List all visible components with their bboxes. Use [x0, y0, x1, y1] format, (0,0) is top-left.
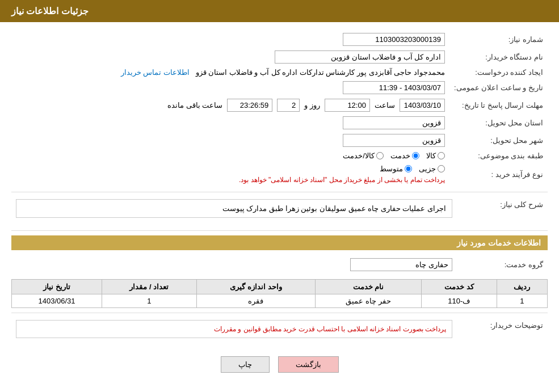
purchase-jozi-radio[interactable] — [438, 165, 445, 172]
header-bar: جزئیات اطلاعات نیاز — [0, 0, 559, 22]
page-wrapper: جزئیات اطلاعات نیاز شماره نیاز: 11030032… — [0, 0, 559, 392]
purchase-note: پرداخت تمام یا بخشی از مبلغ خریداز محل "… — [16, 176, 445, 184]
services-table: ردیف کد خدمت نام خدمت واحد اندازه گیری ت… — [11, 279, 548, 308]
response-days-value: 2 — [277, 99, 300, 112]
need-number-label: شماره نیاز: — [449, 31, 548, 48]
response-deadline-label: مهلت ارسال پاسخ تا تاریخ: — [449, 96, 548, 114]
province-row: استان محل تحویل: قزوین — [11, 114, 548, 132]
category-kala-khedmat: کالا/خدمت — [343, 151, 384, 160]
buyer-desc-box: پرداخت بصورت اسناد خزانه اسلامی با احتسا… — [16, 320, 452, 338]
service-group-label: گروه خدمت: — [457, 256, 548, 273]
need-desc-row: شرح کلی نیاز: اجرای عملیات حفاری چاه عمی… — [11, 197, 548, 225]
response-deadline-row: مهلت ارسال پاسخ تا تاریخ: 1403/03/10 ساع… — [11, 96, 548, 114]
creator-row: ایجاد کننده درخواست: محمدجواد حاجی آقابز… — [11, 66, 548, 79]
col-service-code: کد خدمت — [421, 280, 497, 294]
services-section-title: اطلاعات خدمات مورد نیاز — [11, 235, 548, 250]
category-khedmat-radio[interactable] — [412, 152, 419, 159]
buyer-desc-cell: پرداخت بصورت اسناد خزانه اسلامی با احتسا… — [11, 318, 457, 345]
print-button[interactable]: چاپ — [221, 356, 270, 373]
province-cell: قزوین — [11, 114, 449, 132]
category-kala-khedmat-radio[interactable] — [376, 152, 384, 159]
col-quantity: تعداد / مقدار — [102, 280, 196, 294]
buyer-org-label: نام دستگاه خریدار: — [449, 48, 548, 66]
response-remaining-label: ساعت باقی مانده — [167, 101, 222, 109]
col-unit: واحد اندازه گیری — [196, 280, 316, 294]
col-row-num: ردیف — [497, 280, 547, 294]
response-time-value: 12:00 — [325, 99, 370, 112]
city-cell: قزوین — [11, 132, 449, 149]
creator-contact-link[interactable]: اطلاعات تماس خریدار — [121, 68, 190, 77]
service-group-row: گروه خدمت: حفاری چاه — [11, 256, 548, 273]
service-group-value: حفاری چاه — [350, 258, 452, 271]
need-desc-label: شرح کلی نیاز: — [457, 197, 548, 225]
category-cell: کالا خدمت کالا/خدمت — [11, 149, 449, 162]
purchase-jozi: جزیی — [419, 165, 445, 173]
divider3 — [11, 313, 548, 313]
need-number-row: شماره نیاز: 1103003203000139 — [11, 31, 548, 48]
need-desc-value: اجرای عملیات حفاری چاه عمیق سولیقان بوئی… — [22, 204, 446, 213]
page-title: جزئیات اطلاعات نیاز — [11, 6, 89, 16]
service-group-table: گروه خدمت: حفاری چاه — [11, 256, 548, 273]
col-service-name: نام خدمت — [316, 280, 422, 294]
divider1 — [11, 192, 548, 192]
city-label: شهر محل تحویل: — [449, 132, 548, 149]
response-inline: 1403/03/10 ساعت 12:00 روز و 2 23:26:59 س… — [16, 99, 445, 112]
purchase-type-cell: جزیی متوسط پرداخت تمام یا بخشی از مبلغ خ… — [11, 162, 449, 186]
buyer-desc-value: پرداخت بصورت اسناد خزانه اسلامی با احتسا… — [22, 325, 446, 333]
service-group-cell: حفاری چاه — [11, 256, 457, 273]
creator-cell: محمدجواد حاجی آقابزدی پور کارشناس تدارکا… — [11, 66, 449, 79]
main-content: شماره نیاز: 1103003203000139 نام دستگاه … — [0, 22, 559, 390]
table-cell-unit: فقره — [196, 294, 316, 308]
category-label: طبقه بندی موضوعی: — [449, 149, 548, 162]
announce-row: تاریخ و ساعت اعلان عمومی: 1403/03/07 - 1… — [11, 79, 548, 96]
city-row: شهر محل تحویل: قزوین — [11, 132, 548, 149]
purchase-radio-group: جزیی متوسط — [16, 165, 445, 173]
category-khedmat-label: خدمت — [390, 151, 410, 160]
buyer-org-row: نام دستگاه خریدار: اداره کل آب و فاضلاب … — [11, 48, 548, 66]
purchase-type-row: نوع فرآیند خرید : جزیی متوسط پرداخت تمام… — [11, 162, 548, 186]
category-khedmat: خدمت — [390, 151, 419, 160]
need-number-cell: 1103003203000139 — [11, 31, 449, 48]
purchase-jozi-label: جزیی — [419, 165, 436, 173]
category-row: طبقه بندی موضوعی: کالا خدمت — [11, 149, 548, 162]
back-button[interactable]: بازگشت — [278, 356, 339, 373]
category-radio-group: کالا خدمت کالا/خدمت — [16, 151, 445, 160]
table-cell-quantity: 1 — [102, 294, 196, 308]
category-kala-label: کالا — [426, 151, 436, 160]
announce-value: 1403/03/07 - 11:39 — [343, 81, 445, 94]
buyer-desc-label: توضیحات خریدار: — [457, 318, 548, 345]
announce-cell: 1403/03/07 - 11:39 — [11, 79, 449, 96]
category-kala: کالا — [426, 151, 445, 160]
creator-label: ایجاد کننده درخواست: — [449, 66, 548, 79]
table-cell-date: 1403/06/31 — [12, 294, 102, 308]
response-days-label: روز و — [304, 101, 320, 109]
response-remaining-value: 23:26:59 — [227, 99, 272, 112]
table-cell-name: حفر چاه عمیق — [316, 294, 422, 308]
divider2 — [11, 230, 548, 231]
buyer-desc-row: توضیحات خریدار: پرداخت بصورت اسناد خزانه… — [11, 318, 548, 345]
buyer-org-cell: اداره کل آب و فاضلاب استان قزوین — [11, 48, 449, 66]
buyer-desc-table: توضیحات خریدار: پرداخت بصورت اسناد خزانه… — [11, 318, 548, 345]
services-tbody: 1ف-110حفر چاه عمیقفقره11403/06/31 — [12, 294, 548, 308]
services-thead: ردیف کد خدمت نام خدمت واحد اندازه گیری ت… — [12, 280, 548, 294]
need-number-value: 1103003203000139 — [343, 33, 445, 46]
button-group: بازگشت چاپ — [11, 356, 548, 373]
category-kala-khedmat-label: کالا/خدمت — [343, 151, 375, 160]
purchase-motavasset-radio[interactable] — [405, 165, 412, 172]
need-desc-box: اجرای عملیات حفاری چاه عمیق سولیقان بوئی… — [16, 199, 452, 218]
info-table: شماره نیاز: 1103003203000139 نام دستگاه … — [11, 31, 548, 186]
table-row: 1ف-110حفر چاه عمیقفقره11403/06/31 — [12, 294, 548, 308]
purchase-motavasset-label: متوسط — [380, 165, 403, 173]
announce-label: تاریخ و ساعت اعلان عمومی: — [449, 79, 548, 96]
table-cell-row: 1 — [497, 294, 547, 308]
table-cell-code: ف-110 — [421, 294, 497, 308]
response-time-label: ساعت — [375, 101, 395, 109]
category-kala-radio[interactable] — [438, 152, 445, 159]
need-desc-table: شرح کلی نیاز: اجرای عملیات حفاری چاه عمی… — [11, 197, 548, 225]
purchase-type-label: نوع فرآیند خرید : — [449, 162, 548, 186]
province-label: استان محل تحویل: — [449, 114, 548, 132]
buyer-org-value: اداره کل آب و فاضلاب استان قزوین — [275, 50, 445, 64]
need-desc-cell: اجرای عملیات حفاری چاه عمیق سولیقان بوئی… — [11, 197, 457, 225]
response-date-value: 1403/03/10 — [400, 99, 445, 112]
services-header-row: ردیف کد خدمت نام خدمت واحد اندازه گیری ت… — [12, 280, 548, 294]
